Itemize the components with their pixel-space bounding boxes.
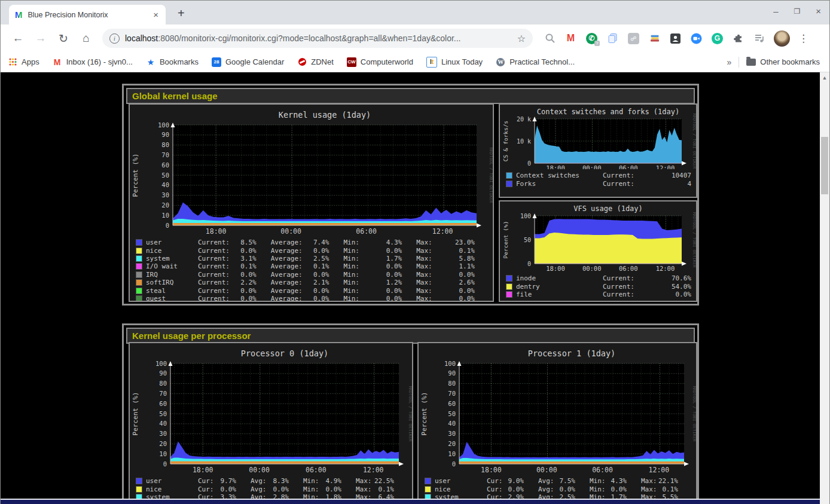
legend-row: fileCurrent:0.0%	[506, 291, 692, 298]
svg-text:10 k: 10 k	[517, 138, 531, 145]
profile-avatar[interactable]	[774, 30, 790, 47]
legend-swatch	[506, 181, 512, 187]
svg-text:06:00: 06:00	[592, 466, 613, 474]
vertical-scrollbar[interactable]: ▲	[820, 72, 829, 504]
svg-text:Context switches and forks (1: Context switches and forks (1day)	[537, 108, 679, 116]
svg-text:00:00: 00:00	[582, 164, 602, 169]
svg-text:00:00: 00:00	[582, 265, 602, 272]
svg-text:06:00: 06:00	[356, 227, 377, 236]
chrome-menu-icon[interactable]: ⋮	[798, 32, 808, 45]
window-minimize-button[interactable]: –	[773, 6, 778, 16]
svg-text:60: 60	[159, 400, 167, 407]
legend-row: niceCur:0.0%Avg:0.0%Min:0.0%Max:0.1%	[136, 485, 408, 493]
legend-swatch	[136, 263, 142, 270]
svg-text:18:00: 18:00	[546, 265, 565, 272]
svg-text:RRDTOOL / TOBI OETIKER: RRDTOOL / TOBI OETIKER	[692, 212, 696, 268]
other-bookmarks[interactable]: Other bookmarks	[746, 57, 820, 66]
bookmark-zdnet[interactable]: ZDNet	[297, 57, 334, 67]
playlist-music-icon[interactable]	[753, 32, 765, 45]
apps-grid-icon	[8, 57, 17, 67]
bookmark-linux-today[interactable]: lt Linux Today	[426, 57, 483, 68]
legend-row: userCurrent:8.5%Average:7.4%Min:4.3%Max:…	[136, 239, 489, 246]
legend-row: dentryCurrent:54.0%	[506, 282, 692, 290]
search-icon[interactable]	[544, 32, 556, 45]
legend-swatch	[506, 172, 512, 179]
context-switches-graph: 010 k20 k18:0000:0006:0012:00Context swi…	[500, 105, 696, 169]
browser-toolbar: ← → ↻ ⌂ i localhost:8080/monitorix-cgi/m…	[1, 25, 829, 52]
window-close-button[interactable]: ×	[816, 6, 821, 16]
svg-text:20 k: 20 k	[517, 116, 531, 123]
svg-text:00:00: 00:00	[249, 466, 270, 474]
scrollbar-thumb[interactable]	[821, 137, 828, 194]
svg-text:Processor 1 (1day): Processor 1 (1day)	[528, 349, 615, 358]
monitorix-favicon: M	[15, 10, 23, 20]
svg-text:40: 40	[161, 181, 169, 188]
svg-text:40: 40	[159, 420, 167, 427]
copy-pages-icon[interactable]	[606, 32, 619, 45]
session-extension-icon[interactable]: ☍	[627, 32, 640, 45]
section-title: Global kernel usage	[126, 88, 695, 104]
voice-icon[interactable]: ✆?	[585, 32, 598, 45]
svg-text:06:00: 06:00	[619, 265, 638, 272]
svg-text:18:00: 18:00	[546, 164, 565, 169]
legend-row: userCur:9.0%Avg:7.5%Min:4.3%Max:22.1%	[425, 477, 692, 485]
bookmarks-overflow-chevron[interactable]: »	[727, 57, 732, 67]
svg-text:Processor 0 (1day): Processor 0 (1day)	[241, 349, 328, 358]
bookmark-inbox[interactable]: M Inbox (16) - sjvn0...	[53, 57, 133, 67]
bookmark-star-icon[interactable]: ☆	[517, 33, 526, 44]
gmail-icon[interactable]: M	[564, 32, 577, 45]
svg-text:70: 70	[159, 390, 167, 397]
svg-text:30: 30	[161, 191, 169, 198]
svg-text:Percent (%): Percent (%)	[420, 392, 428, 436]
legend-row: niceCur:0.0%Avg:0.0%Min:0.0%Max:0.1%	[425, 485, 692, 493]
svg-text:50: 50	[448, 410, 456, 417]
legend-swatch	[136, 486, 142, 493]
bookmark-apps[interactable]: Apps	[8, 57, 39, 67]
address-bar[interactable]: i localhost:8080/monitorix-cgi/monitorix…	[102, 29, 533, 48]
svg-text:0: 0	[527, 160, 531, 167]
svg-text:RRDTOOL / TOBI OETIKER: RRDTOOL / TOBI OETIKER	[692, 114, 696, 169]
svg-text:12:00: 12:00	[363, 466, 384, 474]
zoom-camera-icon[interactable]	[690, 32, 703, 45]
section-global-kernel-usage: Global kernel usage 01020304050607080901…	[122, 84, 699, 306]
svg-text:VFS usage (1day): VFS usage (1day)	[573, 204, 643, 213]
reload-icon[interactable]: ↻	[56, 31, 71, 45]
legend-row: I/O waitCurrent:0.1%Average:0.1%Min:0.0%…	[136, 262, 489, 270]
svg-text:Kernel usage (1day): Kernel usage (1day)	[279, 110, 371, 120]
browser-tab[interactable]: M Blue Precision Monitorix ×	[9, 5, 166, 25]
tab-close-icon[interactable]: ×	[152, 10, 160, 20]
grammarly-icon[interactable]: G	[711, 32, 724, 45]
svg-text:RRDTOOL / TOBI OETIKER: RRDTOOL / TOBI OETIKER	[408, 386, 412, 442]
svg-text:12:00: 12:00	[432, 227, 453, 236]
legend-swatch	[136, 288, 142, 294]
bookmark-computerworld[interactable]: CW Computerworld	[347, 57, 413, 67]
site-info-icon[interactable]: i	[109, 33, 120, 44]
url-text[interactable]: localhost:8080/monitorix-cgi/monitorix.c…	[125, 33, 512, 43]
new-tab-button[interactable]: +	[178, 7, 185, 19]
section-kernel-usage-per-processor: Kernel usage per processor 0102030405060…	[122, 323, 699, 504]
bookmark-practical-technology[interactable]: W Practical Technol...	[496, 57, 575, 67]
svg-text:06:00: 06:00	[619, 164, 638, 169]
bookmark-bookmarks[interactable]: ★ Bookmarks	[146, 57, 199, 67]
kernel-usage-chart[interactable]: 010203040506070809010018:0000:0006:0012:…	[129, 103, 494, 302]
scrollbar-up-arrow[interactable]: ▲	[820, 74, 829, 82]
bookmark-google-calendar[interactable]: 28 Google Calendar	[212, 57, 284, 67]
svg-text:18:00: 18:00	[193, 466, 213, 474]
legend-swatch	[136, 295, 142, 302]
back-icon[interactable]: ←	[11, 31, 25, 45]
context-switches-chart[interactable]: 010 k20 k18:0000:0006:0012:00Context swi…	[499, 103, 697, 198]
processor0-chart[interactable]: 010203040506070809010018:0000:0006:0012:…	[129, 342, 413, 504]
contact-extension-icon[interactable]	[669, 32, 682, 45]
svg-text:00:00: 00:00	[280, 227, 301, 236]
processor1-chart[interactable]: 010203040506070809010018:0000:0006:0012:…	[417, 342, 697, 504]
svg-text:12:00: 12:00	[649, 466, 670, 474]
extensions-puzzle-icon[interactable]	[732, 32, 744, 45]
legend-swatch	[425, 478, 431, 484]
home-icon[interactable]: ⌂	[79, 31, 93, 45]
legend-swatch	[506, 275, 512, 282]
svg-text:60: 60	[448, 400, 456, 407]
vfs-usage-chart[interactable]: 05010018:0000:0006:0012:00VFS usage (1da…	[499, 200, 697, 302]
books-icon[interactable]	[648, 32, 661, 45]
forward-icon[interactable]: →	[33, 31, 48, 45]
window-maximize-button[interactable]: ❐	[794, 6, 800, 16]
